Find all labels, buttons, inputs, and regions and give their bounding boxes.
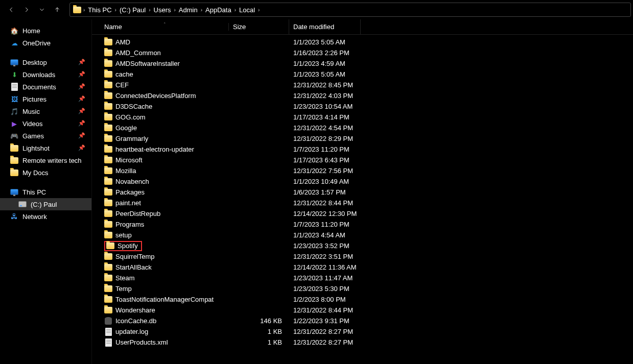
- file-date: 1/23/2023 11:47 AM: [289, 274, 391, 282]
- document-icon: [10, 83, 18, 91]
- file-row[interactable]: IconCache.db146 KB1/22/2023 9:31 PM: [92, 316, 633, 326]
- file-date: 12/31/2022 4:03 PM: [289, 92, 391, 100]
- file-row[interactable]: GOG.com1/17/2023 4:14 PM: [92, 112, 633, 123]
- file-name: SquirrelTemp: [115, 253, 155, 260]
- sidebar-item-drive[interactable]: (C:) Paul: [0, 198, 91, 210]
- breadcrumb-segment[interactable]: Local: [238, 6, 256, 14]
- back-button[interactable]: [4, 3, 18, 17]
- file-row[interactable]: Wondershare12/31/2022 8:44 PM: [92, 305, 633, 316]
- sidebar-item-documents[interactable]: Documents📌: [0, 81, 91, 93]
- file-row[interactable]: Packages1/6/2023 1:57 PM: [92, 187, 633, 198]
- folder-icon: [104, 167, 112, 175]
- file-name: IconCache.db: [115, 317, 156, 325]
- file-row[interactable]: ToastNotificationManagerCompat1/2/2023 8…: [92, 294, 633, 305]
- file-row[interactable]: Mozilla12/31/2022 7:56 PM: [92, 165, 633, 176]
- breadcrumb-segment[interactable]: AppData: [204, 6, 232, 14]
- file-row[interactable]: Microsoft1/17/2023 6:43 PM: [92, 155, 633, 165]
- file-date: 1/1/2023 4:59 AM: [289, 60, 391, 67]
- sidebar-item-home[interactable]: 🏠 Home: [0, 25, 91, 37]
- file-name: Mozilla: [115, 167, 136, 175]
- folder-icon: [106, 242, 114, 250]
- file-row[interactable]: setup1/1/2023 4:54 AM: [92, 230, 633, 240]
- pin-icon: 📌: [78, 108, 85, 114]
- folder-icon: [10, 144, 18, 152]
- file-row[interactable]: Temp1/23/2023 5:30 PM: [92, 283, 633, 294]
- file-row[interactable]: AMDSoftwareInstaller1/1/2023 4:59 AM: [92, 58, 633, 69]
- file-row[interactable]: paint.net12/31/2022 8:44 PM: [92, 198, 633, 208]
- sidebar-item-desktop[interactable]: Desktop📌: [0, 56, 91, 68]
- sidebar-item-videos[interactable]: ▶Videos📌: [0, 117, 91, 130]
- desktop-icon: [10, 58, 18, 66]
- file-name: ToastNotificationManagerCompat: [115, 296, 214, 303]
- file-row[interactable]: Grammarly12/31/2022 8:29 PM: [92, 133, 633, 144]
- folder-icon: [10, 168, 18, 177]
- forward-button[interactable]: [19, 3, 34, 17]
- chevron-right-icon: ›: [83, 7, 85, 13]
- sidebar-item-thispc[interactable]: This PC: [0, 186, 91, 198]
- file-row[interactable]: Spotify1/23/2023 3:52 PM: [92, 240, 633, 251]
- file-row[interactable]: AMD1/1/2023 5:05 AM: [92, 37, 633, 47]
- file-row[interactable]: PeerDistRepub12/14/2022 12:30 PM: [92, 208, 633, 219]
- file-row[interactable]: ConnectedDevicesPlatform12/31/2022 4:03 …: [92, 90, 633, 101]
- folder-icon: [104, 60, 112, 68]
- sidebar-item-remote-writers-tech[interactable]: Remote writers tech: [0, 154, 91, 166]
- file-date: 1/7/2023 11:20 PM: [289, 221, 391, 228]
- file-name: Wondershare: [115, 306, 155, 314]
- monitor-icon: [10, 188, 18, 196]
- breadcrumb-segment[interactable]: Users: [153, 6, 172, 14]
- file-name: AMD_Common: [115, 49, 161, 57]
- breadcrumb-segment[interactable]: Admin: [178, 6, 199, 14]
- file-row[interactable]: SquirrelTemp12/31/2022 3:51 PM: [92, 251, 633, 262]
- breadcrumb-segment[interactable]: This PC: [87, 6, 112, 14]
- pin-icon: 📌: [78, 132, 85, 139]
- file-row[interactable]: Novabench1/1/2023 10:49 AM: [92, 176, 633, 187]
- address-bar[interactable]: › This PC›(C:) Paul›Users›Admin›AppData›…: [69, 3, 631, 17]
- file-date: 12/31/2022 8:44 PM: [289, 199, 391, 207]
- sidebar-item-pictures[interactable]: 🖼Pictures📌: [0, 93, 91, 105]
- file-row[interactable]: StartAllBack12/14/2022 11:36 AM: [92, 262, 633, 273]
- recent-button[interactable]: [35, 3, 49, 17]
- sidebar-item-label: OneDrive: [22, 39, 51, 47]
- file-name: UserProducts.xml: [115, 338, 168, 346]
- sidebar-item-games[interactable]: 🎮Games📌: [0, 130, 91, 142]
- breadcrumb-segment[interactable]: (C:) Paul: [119, 6, 147, 14]
- folder-icon: [104, 81, 112, 89]
- file-row[interactable]: cache1/1/2023 5:05 AM: [92, 69, 633, 80]
- file-row[interactable]: Google12/31/2022 4:54 PM: [92, 123, 633, 133]
- file-row[interactable]: UserProducts.xml1 KB12/31/2022 8:27 PM: [92, 337, 633, 348]
- file-name: D3DSCache: [115, 103, 152, 110]
- sidebar-item-lightshot[interactable]: Lightshot📌: [0, 142, 91, 154]
- sidebar-item-network[interactable]: 🖧 Network: [0, 210, 91, 223]
- home-icon: 🏠: [10, 27, 18, 35]
- file-row[interactable]: heartbeat-electron-updater1/7/2023 11:20…: [92, 144, 633, 155]
- picture-icon: 🖼: [10, 95, 18, 103]
- file-row[interactable]: Programs1/7/2023 11:20 PM: [92, 219, 633, 230]
- file-date: 12/31/2022 8:45 PM: [289, 81, 391, 89]
- file-date: 12/31/2022 4:54 PM: [289, 124, 391, 132]
- sidebar-item-label: Desktop: [22, 59, 47, 66]
- file-name: paint.net: [115, 199, 141, 207]
- file-name: Grammarly: [115, 135, 148, 142]
- file-date: 1/6/2023 1:57 PM: [289, 188, 391, 196]
- up-button[interactable]: [50, 3, 64, 17]
- sidebar-item-label: Downloads: [22, 71, 55, 79]
- file-date: 12/31/2022 3:51 PM: [289, 253, 391, 260]
- sidebar-item-onedrive[interactable]: ☁ OneDrive: [0, 37, 91, 49]
- sidebar-item-downloads[interactable]: ⬇Downloads📌: [0, 68, 91, 81]
- file-row[interactable]: updater.log1 KB12/31/2022 8:27 PM: [92, 326, 633, 337]
- navigation-pane: 🏠 Home ☁ OneDrive Desktop📌⬇Downloads📌Doc…: [0, 19, 92, 364]
- sidebar-item-label: Remote writers tech: [22, 157, 82, 164]
- file-row[interactable]: CEF12/31/2022 8:45 PM: [92, 80, 633, 90]
- folder-icon: [104, 92, 112, 100]
- file-date: 12/31/2022 8:44 PM: [289, 306, 391, 314]
- file-date: 1/22/2023 9:31 PM: [289, 317, 391, 325]
- sidebar-item-label: This PC: [22, 188, 46, 196]
- sidebar-item-my-docs[interactable]: My Docs: [0, 166, 91, 179]
- file-row[interactable]: D3DSCache1/23/2023 10:54 AM: [92, 101, 633, 112]
- column-header-date[interactable]: Date modified: [289, 19, 361, 34]
- file-date: 12/31/2022 8:27 PM: [289, 328, 391, 335]
- column-header-size[interactable]: Size: [229, 19, 289, 34]
- file-row[interactable]: AMD_Common1/16/2023 2:26 PM: [92, 47, 633, 58]
- file-row[interactable]: Steam1/23/2023 11:47 AM: [92, 273, 633, 283]
- sidebar-item-music[interactable]: 🎵Music📌: [0, 105, 91, 117]
